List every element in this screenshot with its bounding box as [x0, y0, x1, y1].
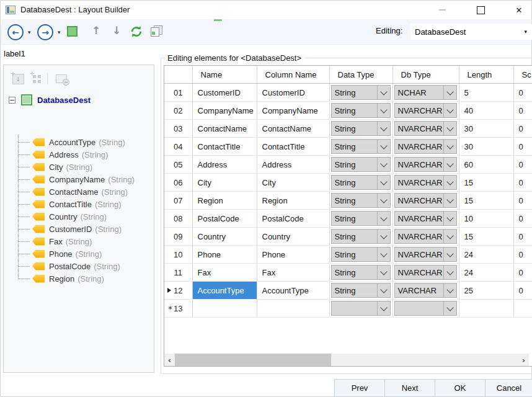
column-name-cell[interactable]: Region [257, 192, 329, 210]
tree-item-address[interactable]: Address(String) [4, 148, 154, 161]
back-dropdown-button[interactable]: ▾ [28, 29, 31, 35]
name-cell[interactable]: Address [192, 156, 257, 174]
column-name-cell[interactable]: Phone [257, 246, 329, 264]
tree-item-companyname[interactable]: CompanyName(String) [4, 173, 154, 185]
scale-cell[interactable]: 0 [513, 264, 532, 282]
length-cell[interactable]: 15 [459, 228, 513, 246]
data-type-dropdown[interactable]: String [331, 211, 391, 226]
add-fields-button[interactable]: + [30, 72, 43, 86]
ok-button[interactable]: OK [435, 379, 485, 397]
name-cell[interactable]: City [192, 174, 257, 192]
row-header-04[interactable]: 04 [164, 138, 192, 156]
data-type-dropdown[interactable]: String [331, 175, 391, 190]
prev-button[interactable]: Prev [334, 379, 385, 397]
name-cell[interactable]: Country [192, 228, 257, 246]
row-header-01[interactable]: 01 [164, 84, 192, 102]
name-cell[interactable] [192, 300, 257, 318]
move-down-button[interactable]: ↓ [112, 24, 121, 37]
close-button[interactable]: ✕ [505, 1, 532, 19]
column-name-cell[interactable]: Fax [257, 264, 329, 282]
tree-item-phone[interactable]: Phone(String) [4, 248, 154, 260]
length-cell[interactable]: 30 [459, 120, 513, 138]
data-type-dropdown[interactable]: String [331, 157, 391, 172]
db-type-dropdown[interactable]: NVARCHAR [394, 229, 457, 244]
name-cell[interactable]: Region [192, 192, 257, 210]
data-type-dropdown[interactable]: String [331, 265, 391, 280]
length-cell[interactable]: 10 [459, 210, 513, 228]
length-cell[interactable]: 24 [459, 264, 513, 282]
data-type-dropdown[interactable]: String [331, 229, 391, 244]
length-cell[interactable] [459, 300, 513, 318]
scale-cell[interactable]: 0 [513, 84, 532, 102]
name-cell[interactable]: CustomerID [192, 84, 257, 102]
data-type-dropdown[interactable]: String [331, 193, 391, 208]
delete-element-button[interactable] [55, 72, 68, 86]
column-header-scale[interactable]: Sc [513, 66, 532, 84]
row-header-08[interactable]: 08 [164, 210, 192, 228]
length-cell[interactable]: 25 [459, 282, 513, 300]
length-cell[interactable]: 30 [459, 138, 513, 156]
row-header-05[interactable]: 05 [164, 156, 192, 174]
column-name-cell[interactable]: ContactTitle [257, 138, 329, 156]
scale-cell[interactable]: 0 [513, 174, 532, 192]
db-type-dropdown[interactable] [394, 301, 457, 316]
tree-item-fax[interactable]: Fax(String) [4, 235, 154, 248]
column-header-name[interactable]: Name [192, 66, 257, 84]
scrollbar-thumb[interactable] [175, 354, 331, 366]
data-type-dropdown[interactable]: String [331, 85, 391, 100]
row-header-13[interactable]: *13 [164, 300, 192, 318]
row-header-12[interactable]: 12 [164, 282, 192, 300]
column-name-cell[interactable]: CustomerID [257, 84, 329, 102]
db-type-dropdown[interactable]: NVARCHAR [394, 247, 457, 262]
maximize-button[interactable] [467, 1, 494, 19]
column-header-column-name[interactable]: Column Name [257, 66, 329, 84]
name-cell[interactable]: ContactName [192, 120, 257, 138]
db-type-dropdown[interactable]: NVARCHAR [394, 211, 457, 226]
tree-item-country[interactable]: Country(String) [4, 210, 154, 223]
scale-cell[interactable]: 0 [513, 120, 532, 138]
name-cell[interactable]: Phone [192, 246, 257, 264]
tree-item-contacttitle[interactable]: ContactTitle(String) [4, 198, 154, 210]
scale-cell[interactable]: 0 [513, 246, 532, 264]
cancel-button[interactable]: Cancel [485, 379, 532, 397]
length-cell[interactable]: 60 [459, 156, 513, 174]
row-header-corner[interactable] [164, 66, 192, 84]
move-up-button[interactable]: ↑ [92, 24, 100, 37]
stop-button[interactable] [67, 26, 78, 37]
column-header-data-type[interactable]: Data Type [329, 66, 392, 84]
row-header-06[interactable]: 06 [164, 174, 192, 192]
name-cell[interactable]: Fax [192, 264, 257, 282]
scale-cell[interactable]: 0 [513, 102, 532, 120]
length-cell[interactable]: 15 [459, 192, 513, 210]
length-cell[interactable]: 5 [459, 84, 513, 102]
horizontal-scrollbar[interactable]: ‹ › [164, 354, 529, 366]
length-cell[interactable]: 40 [459, 102, 513, 120]
row-header-07[interactable]: 07 [164, 192, 192, 210]
copy-layout-button[interactable] [150, 25, 162, 37]
column-name-cell[interactable]: AccountType [257, 282, 329, 300]
column-header-db-type[interactable]: Db Type [392, 66, 459, 84]
name-cell[interactable]: ContactTitle [192, 138, 257, 156]
forward-dropdown-button[interactable]: ▾ [58, 29, 61, 35]
data-type-dropdown[interactable] [331, 301, 391, 316]
column-name-cell[interactable]: City [257, 174, 329, 192]
row-header-11[interactable]: 11 [164, 264, 192, 282]
tree-item-region[interactable]: Region(String) [4, 272, 154, 285]
db-type-dropdown[interactable]: NVARCHAR [394, 193, 457, 208]
column-name-cell[interactable] [257, 300, 329, 318]
tree-item-contactname[interactable]: ContactName(String) [4, 185, 154, 198]
db-type-dropdown[interactable]: NVARCHAR [394, 265, 457, 280]
data-type-dropdown[interactable]: String [331, 247, 391, 262]
scale-cell[interactable]: 0 [513, 228, 532, 246]
back-button[interactable]: ← [7, 24, 24, 40]
row-header-03[interactable]: 03 [164, 120, 192, 138]
tree-item-city[interactable]: City(String) [4, 161, 154, 173]
column-header-length[interactable]: Length [459, 66, 513, 84]
column-name-cell[interactable]: PostalCode [257, 210, 329, 228]
scale-cell[interactable] [513, 300, 532, 318]
forward-button[interactable]: → [37, 24, 53, 40]
editing-combobox[interactable]: DatabaseDest ▾ [410, 24, 532, 40]
db-type-dropdown[interactable]: NVARCHAR [394, 175, 457, 190]
db-type-dropdown[interactable]: NVARCHAR [394, 139, 457, 154]
column-name-cell[interactable]: ContactName [257, 120, 329, 138]
